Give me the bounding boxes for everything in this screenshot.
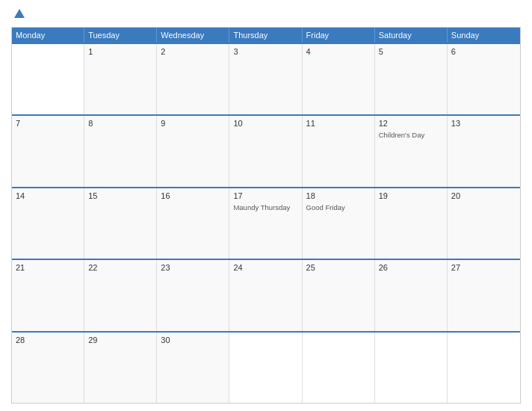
day-number: 9 <box>161 119 225 128</box>
event-label: Maundy Thursday <box>233 203 297 212</box>
day-number: 8 <box>88 119 152 128</box>
day-number: 28 <box>16 336 80 344</box>
day-number: 25 <box>306 263 371 272</box>
day-cell: 30 <box>157 333 229 403</box>
day-cell <box>375 333 448 403</box>
week-row-3: 14151617Maundy Thursday18Good Friday1920 <box>12 187 520 259</box>
day-number: 7 <box>16 119 80 128</box>
day-header-wednesday: Wednesday <box>157 28 229 43</box>
day-cell: 27 <box>448 260 520 330</box>
calendar-page: MondayTuesdayWednesdayThursdayFridaySatu… <box>0 0 532 411</box>
day-number: 20 <box>451 191 516 200</box>
day-number: 26 <box>379 263 443 272</box>
day-cell: 12Children's Day <box>375 116 448 186</box>
day-cell <box>229 333 302 403</box>
day-cell <box>448 333 520 403</box>
day-cell: 6 <box>448 44 520 114</box>
day-number: 17 <box>233 191 297 200</box>
day-cell: 28 <box>12 333 84 403</box>
day-number: 2 <box>161 47 225 56</box>
day-cell: 20 <box>448 188 520 259</box>
day-cell: 2 <box>157 44 229 114</box>
day-header-monday: Monday <box>12 28 84 43</box>
event-label: Children's Day <box>379 131 443 140</box>
day-cell: 15 <box>84 188 157 259</box>
day-number: 1 <box>88 47 152 56</box>
day-cell: 13 <box>448 116 520 186</box>
day-number: 16 <box>161 191 225 200</box>
day-header-thursday: Thursday <box>229 28 302 43</box>
day-number: 5 <box>379 47 443 56</box>
day-cell <box>303 333 375 403</box>
day-number: 6 <box>451 47 516 56</box>
day-cell: 8 <box>84 116 157 186</box>
day-number: 29 <box>88 336 152 344</box>
week-row-5: 282930 <box>12 331 520 403</box>
day-header-tuesday: Tuesday <box>84 28 157 43</box>
day-cell: 11 <box>303 116 375 186</box>
day-cell: 9 <box>157 116 229 186</box>
day-number: 19 <box>379 191 443 200</box>
weeks: 123456789101112Children's Day1314151617M… <box>12 43 520 403</box>
day-header-sunday: Sunday <box>448 28 520 43</box>
day-headers: MondayTuesdayWednesdayThursdayFridaySatu… <box>12 28 520 43</box>
day-number: 30 <box>161 336 225 344</box>
logo-icon <box>13 7 26 21</box>
day-number: 14 <box>16 191 80 200</box>
week-row-4: 21222324252627 <box>12 259 520 330</box>
day-cell: 29 <box>84 333 157 403</box>
day-number: 15 <box>88 191 152 200</box>
event-label: Good Friday <box>306 203 371 212</box>
svg-marker-0 <box>14 9 25 18</box>
day-cell: 10 <box>229 116 302 186</box>
week-row-1: 123456 <box>12 43 520 114</box>
day-cell: 21 <box>12 260 84 330</box>
day-cell: 26 <box>375 260 448 330</box>
day-number: 11 <box>306 119 371 128</box>
day-cell: 24 <box>229 260 302 330</box>
day-number: 21 <box>16 263 80 272</box>
day-header-friday: Friday <box>303 28 375 43</box>
day-number: 23 <box>161 263 225 272</box>
day-cell: 18Good Friday <box>303 188 375 259</box>
calendar: MondayTuesdayWednesdayThursdayFridaySatu… <box>11 27 521 404</box>
day-cell: 4 <box>303 44 375 114</box>
day-cell <box>12 44 84 114</box>
day-cell: 5 <box>375 44 448 114</box>
logo <box>11 7 28 21</box>
day-number: 24 <box>233 263 297 272</box>
week-row-2: 789101112Children's Day13 <box>12 114 520 186</box>
day-number: 27 <box>451 263 516 272</box>
day-number: 10 <box>233 119 297 128</box>
day-cell: 3 <box>229 44 302 114</box>
day-cell: 7 <box>12 116 84 186</box>
day-number: 3 <box>233 47 297 56</box>
day-number: 4 <box>306 47 371 56</box>
day-cell: 16 <box>157 188 229 259</box>
header <box>11 7 521 21</box>
day-cell: 25 <box>303 260 375 330</box>
day-number: 18 <box>306 191 371 200</box>
day-cell: 17Maundy Thursday <box>229 188 302 259</box>
day-cell: 22 <box>84 260 157 330</box>
day-number: 13 <box>451 119 516 128</box>
day-number: 22 <box>88 263 152 272</box>
day-cell: 19 <box>375 188 448 259</box>
day-number: 12 <box>379 119 443 128</box>
day-cell: 1 <box>84 44 157 114</box>
day-cell: 14 <box>12 188 84 259</box>
day-header-saturday: Saturday <box>375 28 448 43</box>
day-cell: 23 <box>157 260 229 330</box>
